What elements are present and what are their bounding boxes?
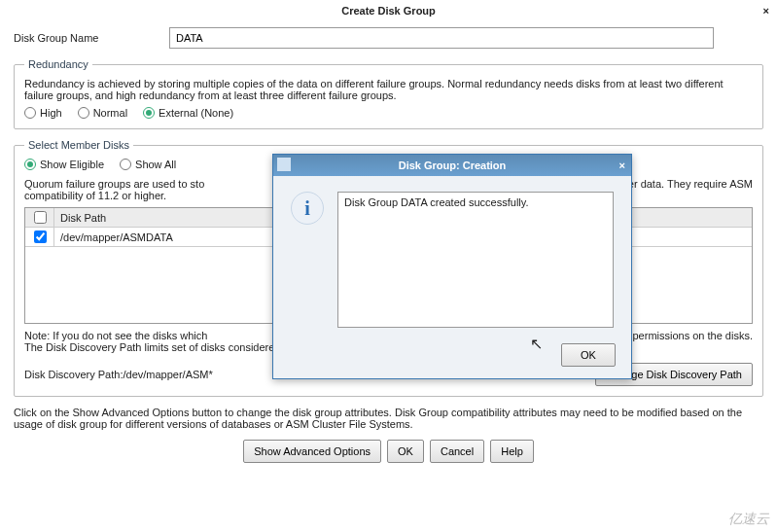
redundancy-high[interactable]: High bbox=[24, 107, 62, 119]
member-disks-legend: Select Member Disks bbox=[24, 139, 133, 151]
row-checkbox[interactable] bbox=[25, 228, 54, 246]
redundancy-description: Redundancy is achieved by storing multip… bbox=[24, 78, 753, 101]
watermark: 亿速云 bbox=[728, 511, 769, 528]
help-button[interactable]: Help bbox=[490, 440, 534, 463]
disk-group-name-label: Disk Group Name bbox=[14, 32, 169, 44]
creation-dialog: Disk Group: Creation × i Disk Group DATA… bbox=[272, 154, 632, 379]
cancel-button[interactable]: Cancel bbox=[430, 440, 484, 463]
window-titlebar: Create Disk Group × bbox=[0, 0, 777, 21]
advice-text: Click on the Show Advanced Options butto… bbox=[14, 407, 763, 430]
ok-button[interactable]: OK bbox=[387, 440, 424, 463]
show-eligible-radio[interactable]: Show Eligible bbox=[24, 159, 104, 170]
dialog-titlebar[interactable]: Disk Group: Creation × bbox=[273, 155, 631, 176]
dialog-footer: OK bbox=[273, 337, 631, 378]
show-advanced-options-button[interactable]: Show Advanced Options bbox=[243, 440, 381, 463]
header-checkbox[interactable] bbox=[25, 208, 54, 227]
name-row: Disk Group Name bbox=[14, 27, 763, 49]
redundancy-options: High Normal External (None) bbox=[24, 107, 753, 119]
dialog-title: Disk Group: Creation bbox=[399, 160, 507, 171]
bottom-buttons: Show Advanced Options OK Cancel Help bbox=[14, 440, 763, 463]
redundancy-legend: Redundancy bbox=[24, 58, 92, 70]
redundancy-external[interactable]: External (None) bbox=[143, 107, 233, 119]
discovery-path-label: Disk Discovery Path:/dev/mapper/ASM* bbox=[24, 369, 213, 380]
info-icon: i bbox=[291, 192, 324, 225]
dialog-ok-button[interactable]: OK bbox=[561, 343, 616, 367]
disk-group-name-input[interactable] bbox=[169, 27, 714, 49]
window-title: Create Disk Group bbox=[341, 5, 436, 17]
dialog-message: Disk Group DATA created successfully. bbox=[337, 192, 614, 328]
dialog-close-icon[interactable]: × bbox=[619, 155, 625, 176]
close-icon[interactable]: × bbox=[763, 0, 769, 21]
redundancy-normal[interactable]: Normal bbox=[78, 107, 127, 119]
dialog-body: i Disk Group DATA created successfully. bbox=[273, 176, 631, 337]
show-all-radio[interactable]: Show All bbox=[120, 159, 176, 170]
redundancy-group: Redundancy Redundancy is achieved by sto… bbox=[14, 58, 763, 129]
window-icon bbox=[277, 158, 291, 171]
